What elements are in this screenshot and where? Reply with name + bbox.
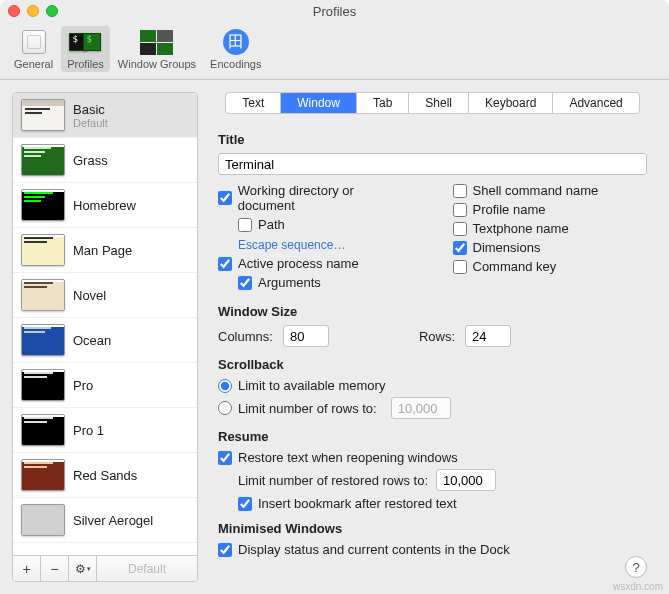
profile-thumbnail <box>21 279 65 311</box>
profile-thumbnail <box>21 369 65 401</box>
profile-thumbnail <box>21 144 65 176</box>
set-default-button[interactable]: Default <box>97 556 197 581</box>
scrollback-heading: Scrollback <box>218 357 647 372</box>
window-groups-icon <box>140 30 174 55</box>
toolbar-general-label: General <box>14 58 53 70</box>
profile-name: Grass <box>73 153 189 168</box>
dimensions-checkbox[interactable] <box>453 241 467 255</box>
columns-label: Columns: <box>218 329 273 344</box>
profile-name: Red Sands <box>73 468 189 483</box>
tab-advanced[interactable]: Advanced <box>553 93 638 113</box>
title-heading: Title <box>218 132 647 147</box>
restored-rows-label: Limit number of restored rows to: <box>238 473 428 488</box>
active-process-checkbox[interactable] <box>218 257 232 271</box>
profile-name: Man Page <box>73 243 189 258</box>
profile-name: Silver Aerogel <box>73 513 189 528</box>
resume-heading: Resume <box>218 429 647 444</box>
scrollback-rows-input[interactable] <box>391 397 451 419</box>
restored-rows-input[interactable] <box>436 469 496 491</box>
shell-command-checkbox[interactable] <box>453 184 467 198</box>
display-dock-checkbox[interactable] <box>218 543 232 557</box>
profile-name-checkbox[interactable] <box>453 203 467 217</box>
rows-input[interactable] <box>465 325 511 347</box>
tab-window[interactable]: Window <box>281 93 357 113</box>
scrollback-memory-label: Limit to available memory <box>238 378 385 393</box>
profile-thumbnail <box>21 234 65 266</box>
arguments-label: Arguments <box>258 275 321 290</box>
profile-sidebar: BasicDefaultGrassHomebrewMan PageNovelOc… <box>12 92 198 582</box>
profile-row[interactable]: Homebrew <box>13 183 197 228</box>
profile-list[interactable]: BasicDefaultGrassHomebrewMan PageNovelOc… <box>13 93 197 555</box>
profiles-icon: $$ <box>69 33 101 51</box>
toolbar-encodings[interactable]: 田 Encodings <box>204 26 267 72</box>
profile-row[interactable]: Man Page <box>13 228 197 273</box>
profile-row[interactable]: Pro <box>13 363 197 408</box>
profile-thumbnail <box>21 189 65 221</box>
encodings-icon: 田 <box>223 29 249 55</box>
working-dir-label: Working directory or document <box>238 183 413 213</box>
arguments-checkbox[interactable] <box>238 276 252 290</box>
profile-row[interactable]: Novel <box>13 273 197 318</box>
profile-row[interactable]: Pro 1 <box>13 408 197 453</box>
toolbar-profiles[interactable]: $$ Profiles <box>61 26 110 72</box>
path-label: Path <box>258 217 285 232</box>
toolbar: General $$ Profiles Window Groups 田 Enco… <box>0 22 669 80</box>
profile-row[interactable]: Ocean <box>13 318 197 363</box>
shell-command-label: Shell command name <box>473 183 599 198</box>
profile-row[interactable]: Silver Aerogel <box>13 498 197 543</box>
restore-text-checkbox[interactable] <box>218 451 232 465</box>
insert-bookmark-checkbox[interactable] <box>238 497 252 511</box>
toolbar-window-groups[interactable]: Window Groups <box>112 26 202 72</box>
profile-thumbnail <box>21 459 65 491</box>
remove-profile-button[interactable]: − <box>41 556 69 581</box>
tab-keyboard[interactable]: Keyboard <box>469 93 553 113</box>
profile-name: BasicDefault <box>73 102 189 129</box>
tab-shell[interactable]: Shell <box>409 93 469 113</box>
tab-tab[interactable]: Tab <box>357 93 409 113</box>
scrollback-rows-label: Limit number of rows to: <box>238 401 377 416</box>
attribution: wsxdn.com <box>613 581 663 592</box>
profile-name: Pro <box>73 378 189 393</box>
columns-input[interactable] <box>283 325 329 347</box>
profile-row[interactable]: Red Sands <box>13 453 197 498</box>
help-button[interactable]: ? <box>625 556 647 578</box>
profile-name: Pro 1 <box>73 423 189 438</box>
profile-row[interactable]: BasicDefault <box>13 93 197 138</box>
add-profile-button[interactable]: + <box>13 556 41 581</box>
profile-name-label: Profile name <box>473 202 546 217</box>
display-dock-label: Display status and current contents in t… <box>238 542 510 557</box>
active-process-label: Active process name <box>238 256 359 271</box>
profile-name: Ocean <box>73 333 189 348</box>
toolbar-general[interactable]: General <box>8 26 59 72</box>
toolbar-window-groups-label: Window Groups <box>118 58 196 70</box>
minimised-heading: Minimised Windows <box>218 521 647 536</box>
profile-name: Homebrew <box>73 198 189 213</box>
command-key-checkbox[interactable] <box>453 260 467 274</box>
textphone-checkbox[interactable] <box>453 222 467 236</box>
title-input[interactable] <box>218 153 647 175</box>
insert-bookmark-label: Insert bookmark after restored text <box>258 496 457 511</box>
textphone-label: Textphone name <box>473 221 569 236</box>
general-icon <box>22 30 46 54</box>
profile-name: Novel <box>73 288 189 303</box>
command-key-label: Command key <box>473 259 557 274</box>
scrollback-rows-radio[interactable] <box>218 401 232 415</box>
escape-sequence-link[interactable]: Escape sequence… <box>218 236 413 256</box>
working-dir-checkbox[interactable] <box>218 191 232 205</box>
rows-label: Rows: <box>419 329 455 344</box>
path-checkbox[interactable] <box>238 218 252 232</box>
window-size-heading: Window Size <box>218 304 647 319</box>
restore-text-label: Restore text when reopening windows <box>238 450 458 465</box>
profile-actions-menu[interactable]: ⚙▾ <box>69 556 97 581</box>
window-title: Profiles <box>0 4 669 19</box>
dimensions-label: Dimensions <box>473 240 541 255</box>
toolbar-profiles-label: Profiles <box>67 58 104 70</box>
profile-thumbnail <box>21 414 65 446</box>
profile-row[interactable]: Grass <box>13 138 197 183</box>
profile-thumbnail <box>21 99 65 131</box>
tab-text[interactable]: Text <box>226 93 281 113</box>
scrollback-memory-radio[interactable] <box>218 379 232 393</box>
toolbar-encodings-label: Encodings <box>210 58 261 70</box>
profile-thumbnail <box>21 504 65 536</box>
profile-thumbnail <box>21 324 65 356</box>
